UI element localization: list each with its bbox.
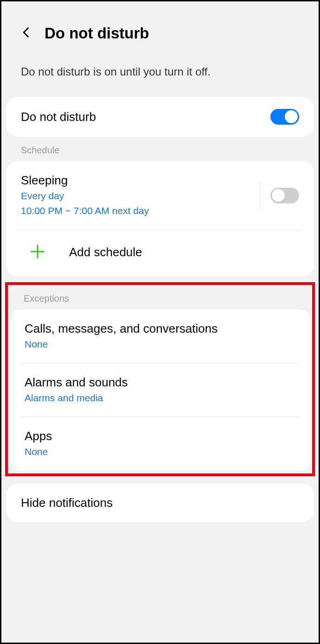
schedule-item-sub2: 10:00 PM ~ 7:00 AM next day — [21, 204, 260, 217]
vertical-separator — [260, 182, 260, 209]
exceptions-section-label: Exceptions — [8, 285, 312, 309]
add-schedule-button[interactable]: Add schedule — [6, 230, 314, 277]
exception-item-title: Apps — [25, 429, 295, 443]
exception-apps[interactable]: Apps None — [10, 417, 310, 470]
exception-item-title: Calls, messages, and conversations — [25, 322, 295, 336]
add-schedule-label: Add schedule — [69, 245, 142, 259]
exception-item-sub: None — [25, 445, 295, 458]
dnd-toggle-card: Do not disturb — [6, 97, 314, 137]
plus-icon — [29, 243, 46, 262]
dnd-toggle[interactable] — [270, 109, 299, 125]
exceptions-card: Calls, messages, and conversations None … — [10, 309, 310, 471]
exception-item-sub: Alarms and media — [25, 391, 295, 404]
dnd-toggle-label: Do not disturb — [21, 110, 270, 124]
schedule-item-title: Sleeping — [21, 173, 260, 188]
back-icon[interactable] — [20, 26, 33, 41]
schedule-item-sleeping[interactable]: Sleeping Every day 10:00 PM ~ 7:00 AM ne… — [6, 161, 314, 230]
schedule-card: Sleeping Every day 10:00 PM ~ 7:00 AM ne… — [6, 161, 314, 277]
hide-notifications-button[interactable]: Hide notifications — [6, 484, 314, 522]
schedule-item-sub1: Every day — [21, 189, 260, 202]
schedule-sleeping-toggle[interactable] — [270, 188, 299, 203]
status-text: Do not disturb is on until you turn it o… — [1, 51, 319, 97]
hide-notifications-label: Hide notifications — [21, 496, 299, 510]
exception-calls-messages[interactable]: Calls, messages, and conversations None — [10, 309, 310, 363]
hide-notifications-card: Hide notifications — [6, 484, 314, 522]
exception-item-title: Alarms and sounds — [25, 375, 295, 390]
exceptions-highlight: Exceptions Calls, messages, and conversa… — [5, 282, 315, 476]
exception-alarms-sounds[interactable]: Alarms and sounds Alarms and media — [10, 363, 310, 417]
exception-item-sub: None — [25, 338, 295, 351]
page-title: Do not disturb — [45, 25, 149, 42]
schedule-section-label: Schedule — [1, 137, 319, 161]
